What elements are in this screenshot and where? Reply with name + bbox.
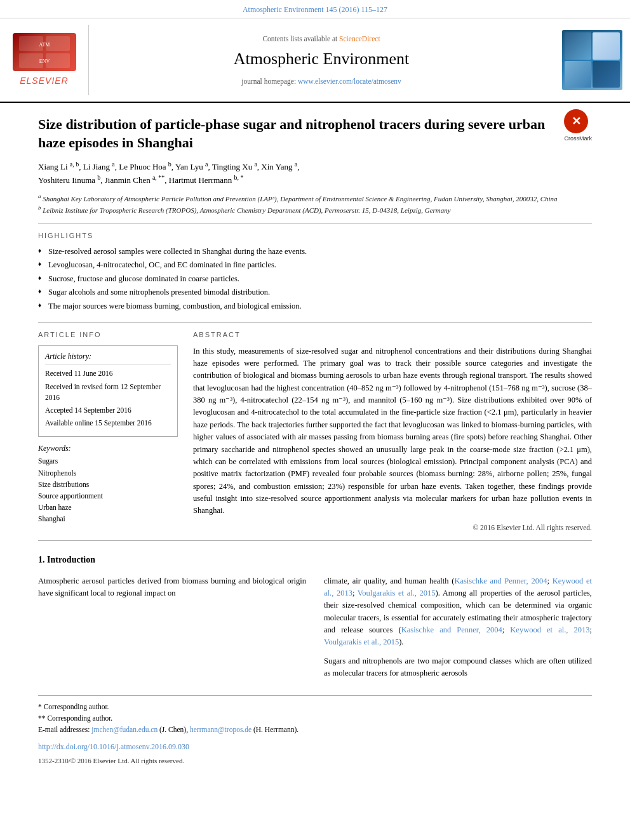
ref-kasischke-2004b[interactable]: Kasischke and Penner, 2004 (401, 625, 502, 634)
received-date: Received 11 June 2016 (45, 368, 171, 379)
ref-voulgarakis-2015b[interactable]: Voulgarakis et al., 2015 (324, 637, 399, 646)
email-link-herrmann[interactable]: herrmann@tropos.de (190, 726, 251, 733)
journal-title-area: Contents lists available at ScienceDirec… (89, 25, 554, 95)
footnote-corresponding-1: * Corresponding author. (38, 701, 592, 712)
article-info-column: ARTICLE INFO Article history: Received 1… (38, 330, 178, 533)
highlights-section: HIGHLIGHTS Size-resolved aerosol samples… (38, 231, 592, 312)
keywords-section: Keywords: Sugars Nitrophenols Size distr… (38, 443, 178, 524)
paper-title: Size distribution of particle-phase suga… (38, 116, 592, 152)
intro-left-column: Atmospheric aerosol particles derived fr… (38, 575, 306, 686)
journal-main-title: Atmospheric Environment (234, 48, 410, 70)
highlight-item: Size-resolved aerosol samples were colle… (38, 246, 592, 258)
highlights-list: Size-resolved aerosol samples were colle… (38, 246, 592, 312)
copyright-notice: © 2016 Elsevier Ltd. All rights reserved… (193, 523, 592, 533)
doi-link[interactable]: http://dx.doi.org/10.1016/j.atmosenv.201… (38, 742, 189, 751)
svg-text:ENV: ENV (39, 58, 50, 64)
highlight-item: The major sources were biomass burning, … (38, 301, 592, 312)
sciencedirect-line: Contents lists available at ScienceDirec… (262, 34, 380, 44)
issn-line: 1352-2310/© 2016 Elsevier Ltd. All right… (38, 756, 592, 767)
footnote-corresponding-2: ** Corresponding author. (38, 712, 592, 724)
intro-right-column: climate, air quality, and human health (… (324, 575, 592, 686)
crossmark-badge[interactable]: ✕ CrossMark (564, 109, 592, 143)
footnote-area: * Corresponding author. ** Corresponding… (38, 695, 592, 767)
footnote-email: E-mail addresses: jmchen@fudan.edu.cn (J… (38, 724, 592, 735)
ref-kasischke-2004[interactable]: Kasischke and Penner, 2004 (454, 577, 547, 585)
ref-keywood-2013b[interactable]: Keywood et al., 2013 (510, 625, 589, 634)
crossmark-icon: ✕ (564, 109, 588, 133)
article-history-box: Article history: Received 11 June 2016 R… (38, 345, 178, 437)
keyword-item: Sugars (38, 456, 178, 466)
journal-masthead: ATM ENV ELSEVIER Contents lists availabl… (0, 18, 630, 103)
keyword-item: Source apportionment (38, 491, 178, 501)
highlight-item: Sucrose, fructose and glucose dominated … (38, 274, 592, 285)
journal-header-bar: Atmospheric Environment 145 (2016) 115–1… (0, 0, 630, 18)
email-link-chen[interactable]: jmchen@fudan.edu.cn (91, 726, 158, 733)
svg-text:ATM: ATM (39, 42, 50, 48)
keyword-item: Shanghai (38, 514, 178, 524)
highlight-item: Levoglucosan, 4-nitrocatechol, OC, and E… (38, 260, 592, 271)
elsevier-logo-area: ATM ENV ELSEVIER (0, 25, 89, 95)
divider-before-intro (38, 540, 592, 541)
atmospheric-environment-logo-area (554, 25, 630, 95)
introduction-section: 1. Introduction Atmospheric aerosol part… (38, 554, 592, 686)
elsevier-wordmark: ELSEVIER (20, 75, 68, 88)
abstract-label: ABSTRACT (193, 330, 592, 340)
paper-content: ✕ CrossMark Size distribution of particl… (0, 103, 630, 779)
keywords-label: Keywords: (38, 443, 178, 454)
introduction-two-column: Atmospheric aerosol particles derived fr… (38, 575, 592, 686)
ref-voulgarakis-2015[interactable]: Voulgarakis et al., 2015 (358, 589, 436, 597)
sciencedirect-link[interactable]: ScienceDirect (339, 35, 380, 43)
highlight-item: Sugar alcohols and some nitrophenols pre… (38, 287, 592, 298)
introduction-heading: 1. Introduction (38, 554, 592, 566)
journal-homepage-line: journal homepage: www.elsevier.com/locat… (241, 76, 401, 86)
keyword-item: Size distributions (38, 479, 178, 490)
divider-after-highlights (38, 322, 592, 323)
article-info-label: ARTICLE INFO (38, 330, 178, 340)
affiliations: a Shanghai Key Laboratory of Atmospheric… (38, 192, 592, 215)
article-info-abstract-section: ARTICLE INFO Article history: Received 1… (38, 330, 592, 533)
elsevier-journal-image: ATM ENV (13, 33, 76, 71)
journal-reference-link[interactable]: Atmospheric Environment 145 (2016) 115–1… (243, 5, 387, 14)
authors-line: Xiang Li a, b, Li Jiang a, Le Phuoc Hoa … (38, 161, 592, 187)
intro-para-right-1: climate, air quality, and human health (… (324, 575, 592, 649)
journal-homepage-link[interactable]: www.elsevier.com/locate/atmosenv (298, 77, 401, 85)
abstract-column: ABSTRACT In this study, measurements of … (193, 330, 592, 533)
atmospheric-environment-logo (562, 30, 622, 90)
article-history-title: Article history: (45, 351, 171, 365)
received-revised-label: Received in revised form 12 September 20… (45, 382, 171, 404)
intro-para-left: Atmospheric aerosol particles derived fr… (38, 575, 306, 600)
abstract-text: In this study, measurements of size-reso… (193, 345, 592, 517)
accepted-date: Accepted 14 September 2016 (45, 405, 171, 416)
keyword-item: Nitrophenols (38, 468, 178, 478)
highlights-label: HIGHLIGHTS (38, 231, 592, 241)
divider-after-affiliations (38, 223, 592, 223)
available-online-date: Available online 15 September 2016 (45, 418, 171, 429)
keyword-item: Urban haze (38, 502, 178, 512)
intro-para-right-2: Sugars and nitrophenols are two major co… (324, 655, 592, 680)
